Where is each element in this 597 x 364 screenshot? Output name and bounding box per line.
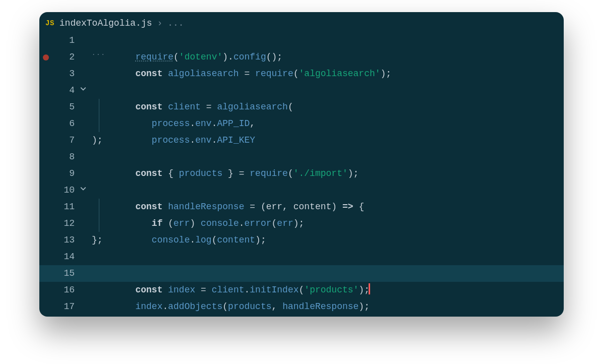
fold-gutter[interactable] — [78, 249, 89, 265]
gutter-breakpoint[interactable] — [39, 282, 52, 298]
code-line[interactable]: 17 — [39, 298, 564, 315]
line-number: 4 — [52, 82, 78, 99]
code-content[interactable] — [89, 298, 564, 315]
gutter-breakpoint[interactable] — [39, 115, 52, 132]
indent-guide — [99, 199, 99, 215]
fold-gutter[interactable] — [78, 49, 89, 66]
line-number: 17 — [52, 298, 78, 315]
code-line[interactable]: 14 — [39, 249, 564, 265]
gutter-breakpoint[interactable] — [39, 66, 52, 82]
fold-gutter[interactable] — [78, 165, 89, 182]
code-content[interactable] — [89, 66, 564, 82]
chevron-right-icon: › — [157, 18, 162, 28]
fold-gutter[interactable] — [78, 132, 89, 149]
gutter-breakpoint[interactable] — [39, 82, 52, 99]
code-line[interactable]: 9 — [39, 165, 564, 182]
line-number: 10 — [52, 182, 78, 199]
code-line[interactable]: 16 index.addObjects(products, handleResp… — [39, 282, 564, 298]
code-line[interactable]: 5 process.env.APP_ID, — [39, 99, 564, 115]
code-line-active[interactable]: 15 const index = client.initIndex('produ… — [39, 265, 564, 282]
code-content[interactable]: console.log(content); — [89, 215, 564, 232]
gutter-breakpoint[interactable] — [39, 49, 52, 66]
indent-guide — [99, 215, 99, 232]
code-content[interactable]: process.env.APP_ID, — [89, 99, 564, 115]
line-number: 16 — [52, 282, 78, 298]
chevron-down-icon[interactable] — [80, 82, 86, 99]
fold-gutter[interactable] — [78, 232, 89, 249]
code-line[interactable]: 11 if (err) console.error(err); — [39, 199, 564, 215]
line-number: 9 — [52, 165, 78, 182]
gutter-breakpoint[interactable] — [39, 182, 52, 199]
code-line[interactable]: 12 console.log(content); — [39, 215, 564, 232]
gutter-breakpoint[interactable] — [39, 99, 52, 115]
code-content[interactable]: process.env.API_KEY — [89, 115, 564, 132]
code-content[interactable]: const index = client.initIndex('products… — [89, 265, 564, 282]
fold-gutter[interactable] — [78, 32, 89, 49]
line-number: 14 — [52, 249, 78, 265]
line-number: 5 — [52, 99, 78, 115]
breadcrumb[interactable]: JS indexToAlgolia.js › ... — [39, 15, 564, 32]
breadcrumb-ellipsis[interactable]: ... — [167, 18, 184, 28]
code-content[interactable] — [89, 165, 564, 182]
line-number: 11 — [52, 199, 78, 215]
code-content[interactable]: require('dotenv').config(); ... — [89, 32, 564, 49]
code-content[interactable]: const client = algoliasearch( — [89, 82, 564, 99]
line-number: 7 — [52, 132, 78, 149]
code-content[interactable]: const { products } = require('./import')… — [89, 149, 564, 165]
line-number: 12 — [52, 215, 78, 232]
code-content[interactable]: index.addObjects(products, handleRespons… — [89, 282, 564, 298]
code-line[interactable]: 8 const { products } = require('./import… — [39, 149, 564, 165]
gutter-breakpoint[interactable] — [39, 165, 52, 182]
code-editor[interactable]: 1 require('dotenv').config(); ... 2 cons… — [39, 32, 564, 315]
gutter-breakpoint[interactable] — [39, 149, 52, 165]
indent-guide — [99, 99, 99, 115]
breakpoint-icon[interactable] — [43, 54, 49, 60]
indent-guide — [99, 115, 99, 132]
fold-gutter[interactable] — [78, 66, 89, 82]
code-line[interactable]: 2 const algoliasearch = require('algolia… — [39, 49, 564, 66]
code-line[interactable]: 6 process.env.API_KEY — [39, 115, 564, 132]
code-line[interactable]: 4 const client = algoliasearch( — [39, 82, 564, 99]
breadcrumb-filename[interactable]: indexToAlgolia.js — [59, 18, 152, 28]
gutter-breakpoint[interactable] — [39, 232, 52, 249]
line-number: 13 — [52, 232, 78, 249]
gutter-breakpoint[interactable] — [39, 132, 52, 149]
code-line[interactable]: 13 }; — [39, 232, 564, 249]
line-number: 2 — [52, 49, 78, 66]
fold-gutter[interactable] — [78, 298, 89, 315]
code-content[interactable]: ); — [89, 132, 564, 149]
gutter-breakpoint[interactable] — [39, 249, 52, 265]
fold-gutter[interactable] — [78, 199, 89, 215]
code-line[interactable]: 10 const handleResponse = (err, content)… — [39, 182, 564, 199]
line-number: 6 — [52, 115, 78, 132]
code-content[interactable] — [89, 249, 564, 265]
code-content[interactable]: if (err) console.error(err); — [89, 199, 564, 215]
line-number: 3 — [52, 66, 78, 82]
gutter-breakpoint[interactable] — [39, 199, 52, 215]
line-number: 15 — [52, 265, 78, 282]
code-content[interactable]: const algoliasearch = require('algoliase… — [89, 49, 564, 66]
code-content[interactable]: }; — [89, 232, 564, 249]
code-content[interactable]: const handleResponse = (err, content) =>… — [89, 182, 564, 199]
file-badge-js: JS — [45, 19, 54, 27]
fold-gutter[interactable] — [78, 149, 89, 165]
code-line[interactable]: 3 — [39, 66, 564, 82]
fold-gutter[interactable] — [78, 265, 89, 282]
gutter-breakpoint[interactable] — [39, 298, 52, 315]
token-punct: }; — [92, 235, 103, 245]
editor-window: JS indexToAlgolia.js › ... 1 require('do… — [39, 12, 564, 317]
token-punct: ); — [92, 135, 103, 145]
gutter-breakpoint[interactable] — [39, 32, 52, 49]
fold-gutter[interactable] — [78, 99, 89, 115]
line-number: 1 — [52, 32, 78, 49]
code-line[interactable]: 7 ); — [39, 132, 564, 149]
fold-gutter[interactable] — [78, 182, 89, 199]
code-line[interactable]: 1 require('dotenv').config(); ... — [39, 32, 564, 49]
gutter-breakpoint[interactable] — [39, 215, 52, 232]
fold-gutter[interactable] — [78, 115, 89, 132]
fold-gutter[interactable] — [78, 282, 89, 298]
fold-gutter[interactable] — [78, 82, 89, 99]
fold-gutter[interactable] — [78, 215, 89, 232]
chevron-down-icon[interactable] — [80, 182, 86, 199]
gutter-breakpoint[interactable] — [39, 265, 52, 282]
